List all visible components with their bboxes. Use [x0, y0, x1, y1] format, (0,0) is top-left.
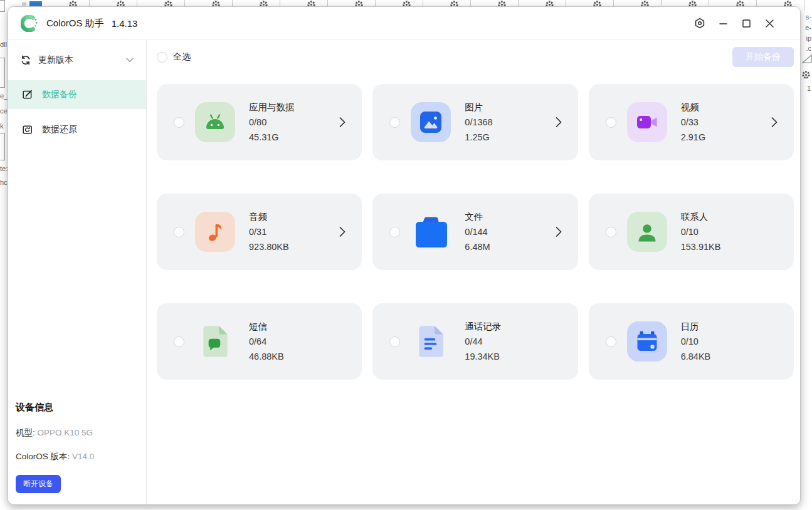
card-files[interactable]: 文件 0/144 6.48M	[372, 194, 577, 270]
device-os-row: ColorOS 版本: V14.0	[16, 451, 139, 462]
calendar-icon	[627, 321, 667, 362]
card-size: 2.91G	[681, 130, 706, 145]
maximize-button[interactable]	[738, 15, 754, 31]
card-select-radio[interactable]	[606, 227, 616, 237]
card-title: 通话记录	[465, 319, 501, 334]
desktop-icon-outline	[0, 133, 5, 160]
card-select-radio[interactable]	[606, 336, 616, 347]
device-info-heading: 设备信息	[16, 402, 139, 414]
card-count: 0/64	[249, 334, 284, 349]
desktop-filename-fragment: te:	[0, 164, 8, 173]
card-videos[interactable]: 视频 0/33 2.91G	[589, 84, 794, 160]
chevron-right-icon[interactable]	[771, 117, 778, 127]
card-title: 视频	[681, 100, 706, 115]
card-title: 图片	[465, 100, 492, 115]
card-count: 0/10	[681, 224, 721, 239]
card-select-radio[interactable]	[174, 117, 184, 128]
chevron-right-icon[interactable]	[556, 117, 562, 127]
desktop-cursor-icon	[802, 54, 812, 64]
backup-content: 全选 开始备份 应用与数据 0/80	[147, 40, 800, 504]
contacts-icon	[627, 212, 667, 252]
card-apps-data[interactable]: 应用与数据 0/80 45.31G	[157, 84, 362, 160]
select-all-radio[interactable]	[157, 52, 167, 63]
card-title: 日历	[681, 319, 711, 334]
card-count: 0/10	[681, 334, 711, 349]
desktop-gear-icon	[801, 70, 811, 80]
titlebar: ColorOS 助手 1.4.13	[8, 7, 800, 40]
sidebar: 更新版本 数据备份 数据还原	[8, 40, 147, 504]
card-title: 文件	[465, 209, 490, 224]
card-count: 0/1368	[465, 115, 492, 130]
card-select-radio[interactable]	[174, 336, 184, 347]
card-title: 短信	[249, 319, 284, 334]
desktop-filename-fragment: k	[0, 122, 4, 130]
sidebar-item-label: 数据还原	[42, 124, 77, 135]
desktop-icon-outline	[0, 58, 5, 88]
start-backup-button[interactable]: 开始备份	[732, 47, 794, 67]
disconnect-device-button[interactable]: 断开设备	[16, 475, 61, 493]
settings-gear-icon[interactable]	[692, 15, 708, 31]
desktop-filename-fragment: .c	[806, 44, 811, 53]
window-controls	[692, 15, 788, 31]
card-size: 1.25G	[465, 130, 492, 145]
device-model-label: 机型:	[16, 428, 38, 437]
card-calendar[interactable]: 日历 0/10 6.84KB	[589, 303, 794, 380]
desktop-filename-fragment: ce	[0, 107, 8, 115]
card-images[interactable]: 图片 0/1368 1.25G	[372, 84, 577, 160]
desktop-filename-fragment: ip	[806, 34, 811, 43]
chevron-right-icon[interactable]	[556, 227, 562, 237]
card-size: 46.88KB	[249, 349, 284, 364]
card-count: 0/31	[249, 224, 289, 239]
card-size: 6.84KB	[681, 349, 711, 364]
card-select-radio[interactable]	[389, 117, 400, 128]
card-contacts[interactable]: 联系人 0/10 153.91KB	[589, 194, 794, 270]
chevron-right-icon[interactable]	[339, 227, 345, 237]
sidebar-item-data-backup[interactable]: 数据备份	[8, 80, 146, 109]
card-sms[interactable]: 短信 0/64 46.88KB	[157, 303, 362, 380]
card-count: 0/44	[465, 334, 501, 349]
desktop-filename-fragment: e_	[0, 91, 8, 100]
restore-icon	[22, 124, 33, 135]
device-model-value: OPPO K10 5G	[38, 428, 93, 437]
minimize-button[interactable]	[715, 15, 731, 31]
coloros-assistant-window: ColorOS 助手 1.4.13	[8, 6, 801, 505]
app-version: 1.4.13	[112, 18, 138, 29]
close-button[interactable]	[761, 15, 778, 31]
card-count: 0/80	[249, 115, 295, 130]
sms-icon	[195, 321, 235, 362]
chevron-right-icon[interactable]	[339, 117, 345, 127]
card-select-radio[interactable]	[606, 117, 616, 128]
update-version-row[interactable]: 更新版本	[8, 48, 146, 73]
music-icon	[195, 212, 235, 252]
card-audio[interactable]: 音频 0/31 923.80KB	[157, 194, 362, 270]
android-icon	[195, 102, 235, 142]
video-icon	[627, 102, 667, 142]
card-select-radio[interactable]	[174, 227, 184, 237]
sidebar-item-data-restore[interactable]: 数据还原	[8, 115, 146, 144]
app-title: ColorOS 助手	[46, 18, 104, 29]
update-version-label: 更新版本	[38, 55, 73, 66]
desktop-filename-fragment: 1	[807, 84, 811, 93]
card-count: 0/144	[465, 224, 490, 239]
desktop-filename-fragment: e-	[805, 23, 811, 32]
card-call-log[interactable]: 通话记录 0/44 19.34KB	[372, 303, 577, 380]
card-size: 19.34KB	[465, 349, 501, 364]
sidebar-item-label: 数据备份	[42, 89, 77, 100]
card-size: 45.31G	[249, 130, 295, 145]
coloros-logo	[21, 15, 38, 32]
card-title: 应用与数据	[249, 100, 295, 115]
image-icon	[411, 102, 451, 142]
folder-icon	[411, 212, 451, 252]
call-log-icon	[411, 321, 451, 362]
content-header: 全选 开始备份	[157, 48, 794, 66]
backup-category-grid: 应用与数据 0/80 45.31G	[157, 84, 794, 380]
card-size: 153.91KB	[681, 239, 721, 254]
select-all-label: 全选	[173, 51, 191, 63]
card-count: 0/33	[681, 115, 706, 130]
backup-edit-icon	[22, 89, 33, 100]
card-select-radio[interactable]	[389, 336, 400, 347]
card-select-radio[interactable]	[389, 227, 400, 237]
device-os-value: V14.0	[72, 452, 94, 461]
device-model-row: 机型: OPPO K10 5G	[16, 427, 139, 439]
device-os-label: ColorOS 版本:	[16, 452, 72, 461]
